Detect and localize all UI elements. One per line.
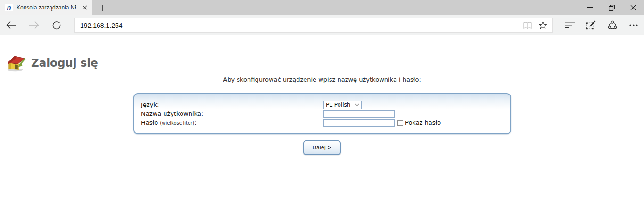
language-label: Język:	[141, 101, 323, 108]
tab-title: Konsola zarządzania NE	[17, 4, 76, 11]
login-form: Język: PL Polish Nazwa użytkownika: Hasł…	[133, 93, 511, 134]
more-options-icon[interactable]	[623, 15, 644, 35]
next-button[interactable]: Dalej >	[303, 140, 341, 155]
refresh-button[interactable]	[45, 15, 68, 35]
language-row: Język: PL Polish	[134, 100, 510, 109]
restore-button[interactable]	[601, 0, 622, 15]
login-instruction: Aby skonfigurować urządzenie wpisz nazwę…	[0, 76, 644, 83]
show-password-label: Pokaż hasło	[405, 119, 441, 126]
web-note-pen-icon[interactable]	[580, 15, 602, 35]
language-select[interactable]: PL Polish	[323, 101, 362, 109]
tab-konsola[interactable]: n Konsola zarządzania NE	[0, 0, 92, 15]
site-favicon: n	[5, 4, 13, 11]
show-password-checkbox[interactable]	[397, 120, 403, 126]
favorites-star-icon[interactable]	[535, 18, 550, 32]
login-house-icon	[5, 53, 27, 72]
titlebar-drag-area	[112, 0, 579, 15]
text-caret	[325, 111, 325, 117]
share-icon[interactable]	[602, 15, 623, 35]
browser-toolbar: 192.168.1.254	[0, 15, 644, 35]
password-label: Hasło (wielkość liter):	[141, 119, 323, 126]
url-text[interactable]: 192.168.1.254	[80, 22, 520, 29]
minimize-button[interactable]	[579, 0, 601, 15]
page-header: Zaloguj się	[5, 53, 98, 72]
address-bar[interactable]: 192.168.1.254	[74, 18, 553, 33]
tab-close-icon[interactable]	[80, 3, 90, 12]
back-button[interactable]	[0, 15, 23, 35]
username-label: Nazwa użytkownika:	[141, 110, 323, 117]
tab-strip: n Konsola zarządzania NE	[0, 0, 644, 15]
password-case-hint: (wielkość liter)	[160, 121, 194, 126]
hub-icon[interactable]	[559, 15, 580, 35]
forward-button[interactable]	[23, 15, 45, 35]
login-page: Zaloguj się Aby skonfigurować urządzenie…	[0, 35, 644, 198]
page-title: Zaloguj się	[31, 57, 98, 69]
new-tab-button[interactable]	[92, 0, 112, 15]
browser-window: n Konsola zarządzania NE	[0, 0, 644, 198]
language-selected-value: PL Polish	[326, 102, 350, 108]
close-window-button[interactable]	[622, 0, 644, 15]
reading-view-icon[interactable]	[520, 18, 535, 32]
password-row: Hasło (wielkość liter): Pokaż hasło	[134, 118, 510, 127]
username-row: Nazwa użytkownika:	[134, 109, 510, 118]
chevron-down-icon	[355, 103, 359, 106]
password-input[interactable]	[323, 119, 395, 127]
username-input[interactable]	[323, 110, 395, 118]
